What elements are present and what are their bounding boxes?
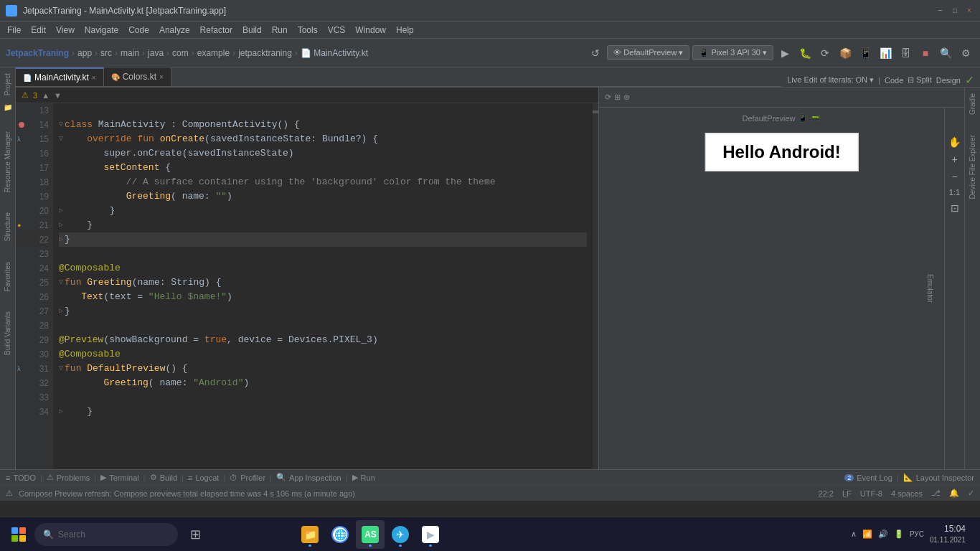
device-button[interactable]: 📱 Pixel 3 API 30 ▾ xyxy=(692,45,773,60)
hand-tool[interactable]: ✋ xyxy=(948,136,961,148)
menu-item-file[interactable]: File xyxy=(3,24,25,37)
sidebar-build-variants[interactable]: Build Variants xyxy=(4,309,11,358)
code-line-23 xyxy=(59,247,587,261)
sdk-manager-icon[interactable]: 📦 xyxy=(837,44,854,62)
code-text[interactable]: ▽ class MainActivity : ComponentActivity… xyxy=(53,103,593,469)
code-view-btn[interactable]: Code xyxy=(885,76,903,85)
database-icon[interactable]: 🗄 xyxy=(897,44,914,62)
zoom-fit-screen-icon[interactable]: ⊡ xyxy=(951,202,959,214)
close-button[interactable]: × xyxy=(964,6,974,16)
preview-grid-icon[interactable]: ⊞ xyxy=(614,93,621,102)
menu-item-navigate[interactable]: Navigate xyxy=(80,24,123,37)
profiler-icon[interactable]: 📊 xyxy=(877,44,894,62)
split-view-btn[interactable]: ⊟ Split xyxy=(908,75,931,85)
indent[interactable]: 4 spaces xyxy=(891,489,923,498)
taskbar-app-playstore[interactable]: ▶ xyxy=(416,520,445,549)
warning-up[interactable]: ▲ xyxy=(42,91,50,100)
tool-run[interactable]: ▶ Run xyxy=(349,472,378,483)
taskview-button[interactable]: ⊞ xyxy=(181,520,209,549)
taskbar-search[interactable]: 🔍 Search xyxy=(34,523,178,546)
sidebar-favorites[interactable]: Favorites xyxy=(4,259,11,294)
minimize-button[interactable]: − xyxy=(936,6,946,16)
breadcrumb-java[interactable]: java xyxy=(148,48,164,58)
tool-terminal[interactable]: ▶ Terminal xyxy=(98,472,142,483)
tab-colors[interactable]: 🎨 Colors.kt × xyxy=(104,67,171,86)
taskbar-app-files[interactable]: 📁 xyxy=(296,520,324,549)
menu-item-run[interactable]: Run xyxy=(268,24,292,37)
breadcrumb-project[interactable]: JetpackTraning xyxy=(6,48,69,58)
stop-icon[interactable]: ■ xyxy=(917,44,934,62)
tool-layout-inspector[interactable]: 📐 Layout Inspector xyxy=(900,472,977,483)
settings-icon[interactable]: ⚙ xyxy=(957,44,974,62)
live-edit-label[interactable]: Live Edit of literals: ON ▾ xyxy=(787,75,874,85)
tool-app-inspection[interactable]: 🔍 App Inspection xyxy=(273,472,344,483)
tool-build[interactable]: ⚙ Build xyxy=(147,472,180,483)
zoom-fit-icon[interactable]: 1:1 xyxy=(949,188,960,197)
editor-area: ⚠ 3 ▲ ▼ 13 14 xyxy=(16,88,598,469)
tab-close-2[interactable]: × xyxy=(159,73,164,81)
menu-item-window[interactable]: Window xyxy=(351,24,390,37)
emulator-label[interactable]: Emulator xyxy=(925,274,933,303)
sidebar-device-file-explorer[interactable]: Device File Explorer xyxy=(969,132,976,202)
sidebar-resource-manager[interactable]: Resource Manager xyxy=(4,128,11,195)
menu-item-view[interactable]: View xyxy=(52,24,79,37)
tool-problems[interactable]: ⚠ Problems xyxy=(44,472,93,483)
search-everywhere-icon[interactable]: 🔍 xyxy=(937,44,954,62)
avd-manager-icon[interactable]: 📱 xyxy=(857,44,874,62)
tab-icon-2: 🎨 xyxy=(111,73,120,81)
network-icon[interactable]: 📶 xyxy=(862,529,872,539)
menu-item-refactor[interactable]: Refactor xyxy=(196,24,237,37)
start-button[interactable] xyxy=(6,522,32,547)
telegram-icon: ✈ xyxy=(392,526,409,543)
breadcrumb-app[interactable]: app xyxy=(77,48,92,58)
menu-item-vcs[interactable]: VCS xyxy=(324,24,350,37)
code-editor[interactable]: 13 14 λ 15 16 17 18 xyxy=(16,103,598,469)
tool-profiler[interactable]: ⏱ Profiler xyxy=(227,473,268,483)
code-line-33 xyxy=(59,390,587,405)
menu-item-help[interactable]: Help xyxy=(392,24,418,37)
zoom-out-icon[interactable]: − xyxy=(951,171,957,182)
menu-item-tools[interactable]: Tools xyxy=(293,24,322,37)
menu-item-edit[interactable]: Edit xyxy=(27,24,50,37)
search-icon: 🔍 xyxy=(43,529,54,540)
sidebar-structure[interactable]: Structure xyxy=(4,209,11,245)
refresh-icon[interactable]: ⟳ xyxy=(605,93,611,102)
encoding: UTF-8 xyxy=(860,489,882,498)
breadcrumb-com[interactable]: com xyxy=(172,48,189,58)
preview-tablet-icon: 📟 xyxy=(811,113,821,123)
sidebar-project[interactable]: Project xyxy=(4,70,11,98)
design-view-btn[interactable]: Design xyxy=(936,76,961,85)
menu-item-code[interactable]: Code xyxy=(124,24,154,37)
system-clock[interactable]: 15:04 01.11.2021 xyxy=(930,523,966,545)
debug-icon[interactable]: 🐛 xyxy=(796,44,814,62)
taskbar-app-telegram[interactable]: ✈ xyxy=(386,520,415,549)
preview-layers-icon[interactable]: ⊛ xyxy=(623,93,630,102)
volume-icon[interactable]: 🔊 xyxy=(878,529,888,539)
menu-item-build[interactable]: Build xyxy=(238,24,266,37)
sidebar-gradle[interactable]: Gradle xyxy=(969,90,976,118)
warning-down[interactable]: ▼ xyxy=(54,91,62,100)
tab-mainactivity[interactable]: 📄 MainActivity.kt × xyxy=(16,67,104,86)
cursor-position[interactable]: 22:2 xyxy=(819,489,834,498)
taskbar-app-android-studio[interactable]: AS xyxy=(356,520,385,549)
menu-item-analyze[interactable]: Analyze xyxy=(155,24,194,37)
breadcrumb-file[interactable]: 📄 MainActivity.kt xyxy=(301,48,368,58)
sync-icon[interactable]: ↺ xyxy=(587,44,604,62)
editor-scrollbar[interactable] xyxy=(593,103,598,469)
maximize-button[interactable]: □ xyxy=(950,6,960,16)
tool-todo[interactable]: ≡ TODO xyxy=(3,473,39,483)
breadcrumb-src[interactable]: src xyxy=(100,48,112,58)
breadcrumb-main[interactable]: main xyxy=(121,48,139,58)
battery-icon[interactable]: 🔋 xyxy=(894,529,904,539)
gradle-sync-icon[interactable]: ⟳ xyxy=(816,44,834,62)
tab-close[interactable]: × xyxy=(92,74,96,82)
taskbar-app-chrome[interactable]: 🌐 xyxy=(326,520,354,549)
tool-logcat[interactable]: ≡ Logcat xyxy=(185,473,222,483)
breadcrumb-example[interactable]: example xyxy=(197,48,230,58)
tool-event-log[interactable]: 2 Event Log xyxy=(842,473,895,483)
preview-config-button[interactable]: 👁 DefaultPreview ▾ xyxy=(607,45,689,60)
app-inspection-label: App Inspection xyxy=(289,474,341,482)
zoom-in-icon[interactable]: + xyxy=(951,154,957,165)
breadcrumb-package[interactable]: jetpacktraning xyxy=(238,48,292,58)
run-icon[interactable]: ▶ xyxy=(776,44,793,62)
